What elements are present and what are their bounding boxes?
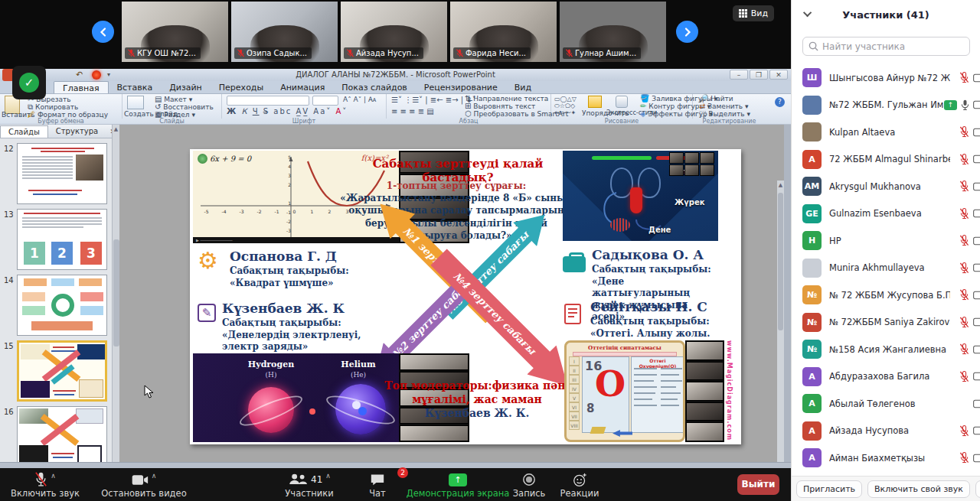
align-text-button[interactable]: ⊞ Выровнять текст bbox=[465, 102, 535, 111]
participant-row[interactable]: Ш Шынгысова Айнур №72 ЖББ... (Я) bbox=[792, 64, 980, 92]
participant-row[interactable]: №72 ЖББМ. Гульжан Иман... ↑ bbox=[792, 92, 980, 119]
chat-button[interactable]: 2 Чат bbox=[354, 471, 400, 499]
mic-options-caret[interactable]: ∧ bbox=[51, 472, 56, 480]
alignment-icons[interactable]: ≡ ≡ ≡ ≣ ▤ bbox=[391, 107, 434, 115]
prev-videos-button[interactable] bbox=[92, 21, 114, 43]
camera-icon bbox=[973, 100, 980, 109]
participant-row[interactable]: № № 72ЖББМ Saniya Zakirova bbox=[792, 309, 980, 337]
muted-mic-icon bbox=[566, 49, 573, 57]
ribbon-tab[interactable]: Рецензирование bbox=[416, 81, 506, 93]
next-videos-button[interactable] bbox=[676, 21, 698, 43]
student-video bbox=[400, 354, 469, 370]
participant-name: Шынгысова Айнур №72 ЖББ... (Я) bbox=[829, 73, 950, 83]
video-options-caret[interactable]: ∧ bbox=[152, 472, 157, 480]
ribbon-tab[interactable]: Переходы bbox=[211, 81, 272, 93]
font-name-combo[interactable] bbox=[227, 96, 309, 106]
ribbon-tab[interactable]: Дизайн bbox=[161, 81, 211, 93]
screen-share-badge: ↑ bbox=[944, 100, 957, 110]
quick-styles-label[interactable]: Экспресс-стили bbox=[606, 109, 639, 118]
maximize-button[interactable]: ❐ bbox=[750, 70, 768, 80]
participant-row[interactable]: A 72 ЖББМ Almagul Shinarbekova bbox=[792, 146, 980, 174]
participant-row[interactable]: Munira Akhmullayeva bbox=[792, 255, 980, 282]
participant-row[interactable]: A Айман Биахметқызы bbox=[792, 444, 980, 472]
slide-scrollbar[interactable]: ▲▼ bbox=[777, 181, 784, 462]
ribbon-tab[interactable]: Вид bbox=[506, 81, 540, 93]
ribbon-tab[interactable]: Вставка bbox=[109, 81, 162, 93]
participant-row[interactable]: A Абдуразахова Багила bbox=[792, 363, 980, 391]
arrange-icon[interactable] bbox=[588, 96, 602, 108]
ribbon-tab[interactable]: Показ слайдов bbox=[333, 81, 416, 93]
collapse-panel-icon[interactable] bbox=[803, 8, 812, 17]
reset-button[interactable]: ↺ Восстановить bbox=[155, 103, 214, 112]
participant-row[interactable]: № №158 Асия Жангалиевна bbox=[792, 336, 980, 363]
ribbon-tab[interactable]: Главная bbox=[54, 81, 109, 93]
unmute-self-button[interactable]: Включить свой звук bbox=[867, 480, 970, 498]
thumbnails-scrollbar[interactable]: ▲ bbox=[112, 125, 119, 462]
quick-styles-icon[interactable] bbox=[616, 96, 628, 108]
participant-row[interactable]: A Айзада Нусупова bbox=[792, 418, 980, 445]
font-size-combo[interactable] bbox=[312, 96, 338, 106]
participant-name: Айзада Нусупова bbox=[829, 425, 909, 436]
participant-row[interactable]: № № 72 ЖББМ Жусупова Б.П bbox=[792, 281, 980, 309]
view-button[interactable]: Вид bbox=[733, 5, 774, 21]
slide-thumbnail-15-current[interactable] bbox=[17, 340, 107, 402]
tab-outline[interactable]: Структура bbox=[48, 125, 106, 137]
list-indent-icons[interactable]: ☰˅ ⋮☰˅ | ≣← ≣→ | ↕̶˅ bbox=[391, 96, 476, 104]
reactions-button[interactable]: Реакции bbox=[553, 471, 606, 499]
participant-row[interactable]: AM Akrysgul Mukhanova bbox=[792, 173, 980, 200]
grow-shrink-font-icons[interactable]: A˄ A˅ | 🗛 bbox=[343, 96, 376, 104]
participants-list: Ш Шынгысова Айнур №72 ЖББ... (Я) №72 ЖББ… bbox=[792, 64, 980, 472]
participant-row[interactable]: A Абылай Төлегенов bbox=[792, 390, 980, 418]
search-input[interactable] bbox=[822, 41, 952, 52]
participants-caret[interactable]: ∧ bbox=[325, 472, 331, 480]
video-tile[interactable]: Айзада Нусуп... bbox=[341, 2, 447, 62]
select-button[interactable]: ⬚ Выделить ▾ bbox=[699, 110, 750, 119]
help-button[interactable]: ? bbox=[775, 97, 785, 107]
new-slide-label[interactable]: Создать слайд bbox=[124, 110, 150, 119]
participant-row[interactable]: GE Gulnazim Esenbaeva bbox=[792, 200, 980, 228]
search-icon bbox=[808, 41, 818, 51]
text-direction-button[interactable]: ⇅ Направление текста bbox=[465, 95, 548, 103]
slide-thumbnail-12[interactable] bbox=[17, 143, 107, 204]
claim-role-button[interactable]: Принять ро bbox=[975, 480, 980, 498]
student-video bbox=[686, 382, 724, 401]
video-tile[interactable]: Гулнар Ашим... bbox=[560, 2, 666, 62]
new-slide-icon[interactable] bbox=[127, 96, 144, 109]
video-tile[interactable]: Озипа Садык... bbox=[231, 2, 338, 62]
minimize-button[interactable]: – bbox=[730, 70, 748, 80]
avatar: № bbox=[802, 340, 822, 359]
leave-button[interactable]: Выйти bbox=[737, 474, 779, 495]
participant-row[interactable]: Kulpan Altaeva bbox=[792, 119, 980, 146]
font-style-icons[interactable]: Ж К Ч S̶ abc A̲V̲ Aa˅ A˅ bbox=[227, 107, 348, 115]
invite-button[interactable]: Пригласить bbox=[796, 480, 862, 498]
avatar bbox=[802, 122, 822, 142]
quick-access-caret-icon[interactable]: ▾ bbox=[107, 71, 110, 78]
muted-mic-icon bbox=[959, 208, 969, 220]
ribbon-tab[interactable]: Анимация bbox=[272, 81, 333, 93]
video-tile[interactable]: КГУ ОШ №72... bbox=[122, 2, 228, 62]
tab-slides[interactable]: Слайды bbox=[0, 125, 48, 138]
share-screen-button[interactable]: ↑ Демонстрация экрана bbox=[400, 471, 515, 499]
participant-row[interactable]: H HP bbox=[792, 227, 980, 255]
participant-name: Абдуразахова Багила bbox=[829, 371, 929, 382]
moderator-line3: Күзенбаев Ж. К. bbox=[370, 406, 584, 420]
camera-icon bbox=[973, 372, 980, 381]
slide-thumbnail-14[interactable] bbox=[17, 275, 107, 336]
slide-thumbnail-16[interactable] bbox=[17, 406, 107, 467]
replace-button[interactable]: ⇄ Заменить ▾ bbox=[699, 102, 749, 111]
undo-icon[interactable]: ↶ bbox=[76, 70, 83, 80]
muted-mic-icon bbox=[959, 235, 969, 246]
slide-thumbnail-13[interactable]: 1 2 3 bbox=[17, 209, 107, 270]
record-button[interactable]: Запись bbox=[505, 471, 553, 499]
y-axis-ticks: 54321-1-2-3 bbox=[283, 155, 291, 237]
unmute-button[interactable]: ∧ Включить звук bbox=[0, 471, 90, 499]
video-tile[interactable]: Фарида Неси... bbox=[450, 2, 557, 62]
stop-video-button[interactable]: ∧ Остановить видео bbox=[90, 471, 198, 499]
shapes-gallery[interactable]: ▭◯△▽⬭☆⬠◇↔⇨〰✦ bbox=[554, 96, 585, 116]
participants-button[interactable]: 41 ∧ Участники bbox=[264, 471, 354, 499]
search-box[interactable] bbox=[802, 37, 970, 56]
close-button[interactable]: ✕ bbox=[769, 70, 788, 80]
group-label-editing: Редактирование bbox=[693, 118, 766, 125]
gear-icon: ⚙ bbox=[198, 247, 218, 274]
participant-icons bbox=[959, 317, 979, 328]
